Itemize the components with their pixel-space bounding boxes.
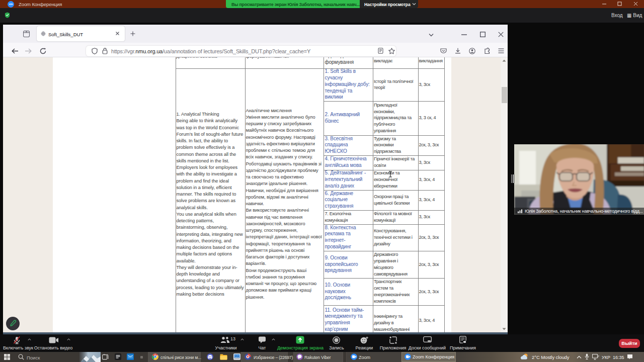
svg-text:Юлія Заболотна, начальник навч: Юлія Заболотна, начальник навчально-мето… [525,209,643,214]
